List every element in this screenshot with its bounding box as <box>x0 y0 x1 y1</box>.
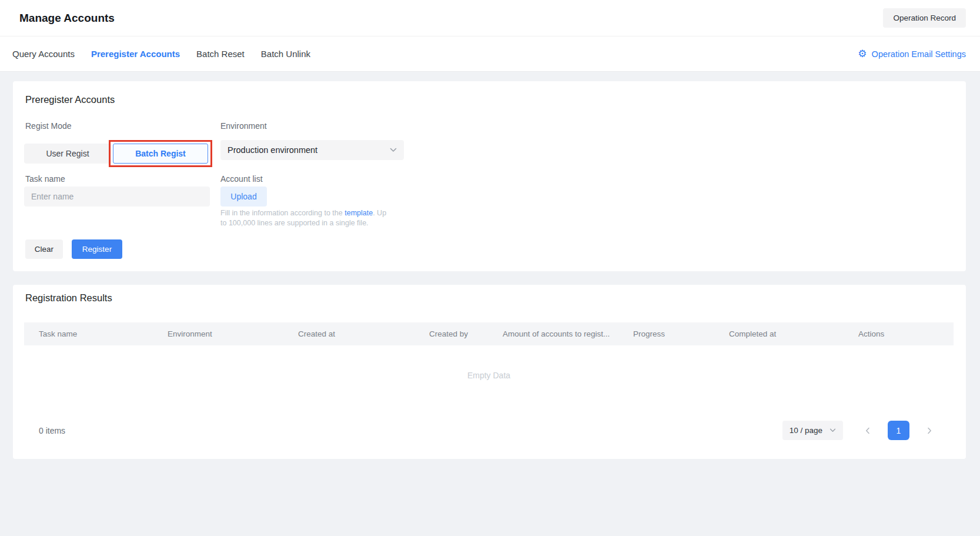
column-header-progress: Progress <box>618 329 714 338</box>
task-name-label: Task name <box>25 174 65 184</box>
register-button[interactable]: Register <box>72 239 122 259</box>
preregister-section-title: Preregister Accounts <box>25 94 115 105</box>
prev-page-button[interactable] <box>861 424 875 438</box>
clear-button[interactable]: Clear <box>25 239 63 259</box>
column-header-amount: Amount of accounts to regist... <box>488 329 618 338</box>
chevron-right-icon <box>927 427 932 434</box>
registration-results-card: Registration Results Task name Environme… <box>13 285 966 459</box>
hint-prefix: Fill in the information according to the <box>220 209 344 217</box>
batch-regist-option[interactable]: Batch Regist <box>113 144 208 164</box>
items-count: 0 items <box>24 426 65 435</box>
results-section-title: Registration Results <box>25 292 112 304</box>
upload-hint-text: Fill in the information according to the… <box>220 208 391 228</box>
upload-button[interactable]: Upload <box>220 187 267 207</box>
empty-data-message: Empty Data <box>24 371 954 380</box>
email-settings-label: Operation Email Settings <box>872 49 966 59</box>
pagination: 10 / page 1 <box>782 421 954 440</box>
chevron-down-icon <box>830 428 836 432</box>
template-link[interactable]: template <box>344 209 373 217</box>
column-header-environment: Environment <box>153 329 283 338</box>
gear-icon: ⚙ <box>858 49 867 59</box>
results-table-footer: 0 items 10 / page 1 <box>24 421 954 440</box>
top-header: Manage Accounts Operation Record <box>0 0 980 36</box>
regist-mode-segmented-control: User Regist Batch Regist <box>24 140 212 167</box>
tab-batch-unlink[interactable]: Batch Unlink <box>261 46 310 61</box>
tab-batch-reset[interactable]: Batch Reset <box>196 46 245 61</box>
environment-selected-value: Production environment <box>228 145 317 155</box>
column-header-created-by: Created by <box>414 329 488 338</box>
chevron-down-icon <box>390 148 397 152</box>
user-regist-option[interactable]: User Regist <box>24 144 111 164</box>
column-header-completed-at: Completed at <box>714 329 844 338</box>
page-title: Manage Accounts <box>19 12 115 25</box>
tab-query-accounts[interactable]: Query Accounts <box>12 46 75 61</box>
next-page-button[interactable] <box>922 424 936 438</box>
operation-record-button[interactable]: Operation Record <box>883 8 966 28</box>
page-1-button[interactable]: 1 <box>888 421 909 440</box>
tab-preregister-accounts[interactable]: Preregister Accounts <box>91 46 180 61</box>
tab-list: Query Accounts Preregister Accounts Batc… <box>12 46 327 61</box>
account-list-label: Account list <box>220 174 263 184</box>
environment-label: Environment <box>220 121 267 131</box>
operation-email-settings-link[interactable]: ⚙ Operation Email Settings <box>858 49 966 59</box>
column-header-actions: Actions <box>844 329 954 338</box>
preregister-accounts-card: Preregister Accounts Regist Mode User Re… <box>13 81 966 271</box>
page-size-select[interactable]: 10 / page <box>782 421 843 440</box>
task-name-input[interactable] <box>24 187 210 207</box>
column-header-task-name: Task name <box>24 329 153 338</box>
page-size-value: 10 / page <box>790 426 822 435</box>
red-annotation-box: Batch Regist <box>109 140 212 167</box>
tab-bar: Query Accounts Preregister Accounts Batc… <box>0 36 980 72</box>
regist-mode-label: Regist Mode <box>25 121 72 131</box>
chevron-left-icon <box>865 427 870 434</box>
results-table-header: Task name Environment Created at Created… <box>24 322 954 345</box>
environment-select[interactable]: Production environment <box>220 140 404 160</box>
column-header-created-at: Created at <box>283 329 414 338</box>
